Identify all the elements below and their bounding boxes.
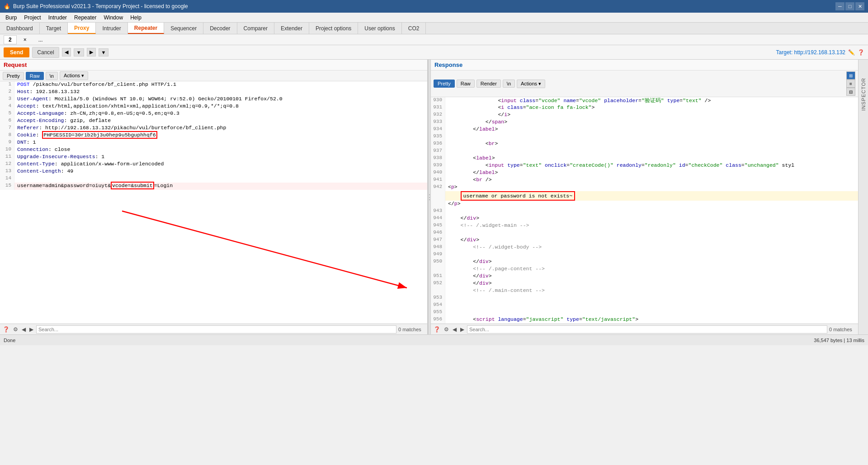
view-mode-split[interactable]: ⊞ xyxy=(846,71,855,80)
request-search-next[interactable]: ▶ xyxy=(28,326,34,333)
resp-line-931: 931 <i class="ace-icon fa fa-lock"> xyxy=(431,104,858,112)
response-search-help[interactable]: ❓ xyxy=(433,326,441,333)
toolbar: Send Cancel ◀ ▼ ▶ ▼ Target: http://192.1… xyxy=(0,45,868,60)
maximize-button[interactable]: □ xyxy=(845,2,854,10)
response-search-prev[interactable]: ◀ xyxy=(452,326,458,333)
target-info: Target: http://192.168.13.132 ✏️ ❓ xyxy=(776,49,864,56)
help-icon[interactable]: ❓ xyxy=(858,49,864,56)
request-raw-btn[interactable]: Raw xyxy=(26,72,44,80)
resp-line-952: 952 </div> xyxy=(431,280,858,287)
request-header: Request xyxy=(0,60,427,70)
request-search-prev[interactable]: ◀ xyxy=(21,326,27,333)
response-code-area: 930 <input class="vcode" name="vcode" pl… xyxy=(431,97,858,324)
request-escape-btn[interactable]: \n xyxy=(46,72,58,80)
request-search-help[interactable]: ❓ xyxy=(2,326,10,333)
resp-line-942c: </p> xyxy=(431,201,858,208)
response-search-next[interactable]: ▶ xyxy=(459,326,465,333)
response-error-highlight: username or password is not exists~ xyxy=(461,191,576,201)
view-mode-btns: ⊞ ≡ ⊟ xyxy=(846,71,855,96)
window-controls: ─ □ ✕ xyxy=(835,2,864,10)
resp-line-932: 932 </i> xyxy=(431,112,858,119)
panels-wrapper: Request Pretty Raw \n Actions ▾ 1 POST /… xyxy=(0,60,868,334)
menu-window[interactable]: Window xyxy=(100,14,127,22)
request-actions-btn[interactable]: Actions ▾ xyxy=(60,71,88,80)
menu-help[interactable]: Help xyxy=(127,14,145,22)
inspector-sidebar: INSPECTOR xyxy=(858,60,868,334)
view-mode-horiz[interactable]: ≡ xyxy=(846,80,855,88)
menu-bar: Burp Project Intruder Repeater Window He… xyxy=(0,13,868,23)
tab-extender[interactable]: Extender xyxy=(274,23,309,34)
tab-decoder[interactable]: Decoder xyxy=(203,23,237,34)
nav-next-button[interactable]: ▶ xyxy=(87,48,96,56)
main-tab-bar: Dashboard Target Proxy Intruder Repeater… xyxy=(0,23,868,34)
request-code-area: 1 POST /pikachu/vul/burteforce/bf_client… xyxy=(0,81,427,324)
menu-project[interactable]: Project xyxy=(20,14,44,22)
resp-line-950: 950 </div> xyxy=(431,258,858,266)
tab-proxy[interactable]: Proxy xyxy=(68,23,96,34)
response-search-bar: ❓ ⚙ ◀ ▶ 0 matches xyxy=(431,324,858,334)
edit-icon[interactable]: ✏️ xyxy=(848,49,855,56)
size-text: 36,547 bytes | 13 millis xyxy=(814,338,864,343)
tab-dashboard[interactable]: Dashboard xyxy=(0,23,40,34)
tab-comparer[interactable]: Comparer xyxy=(237,23,274,34)
request-search-settings[interactable]: ⚙ xyxy=(12,326,19,333)
req-line-14: 14 xyxy=(0,175,427,183)
request-search-input[interactable] xyxy=(36,325,396,333)
response-raw-btn[interactable]: Raw xyxy=(457,80,475,88)
req-line-4: 4 Accept: text/html,application/xhtml+xm… xyxy=(0,103,427,110)
nav-next2-button[interactable]: ▼ xyxy=(99,48,109,56)
resp-line-930: 930 <input class="vcode" name="vcode" pl… xyxy=(431,97,858,104)
req-line-6: 6 Accept-Encoding: gzip, deflate xyxy=(0,117,427,125)
req-line-10: 10 Connection: close xyxy=(0,146,427,154)
tab-repeater[interactable]: Repeater xyxy=(128,23,164,34)
menu-burp[interactable]: Burp xyxy=(2,14,20,22)
request-match-count: 0 matches xyxy=(398,327,425,332)
resp-line-939: 939 <input type="text" onclick="createCo… xyxy=(431,162,858,169)
resp-line-947: 947 </div> xyxy=(431,237,858,244)
resp-line-940: 940 </label> xyxy=(431,169,858,177)
resp-line-956: 956 <script language="javascript" type="… xyxy=(431,316,858,324)
response-render-btn[interactable]: Render xyxy=(476,80,501,88)
repeater-tab-2[interactable]: 2 xyxy=(4,35,17,44)
req-line-15: 15 username=admin&password=oiuyt&vcode=&… xyxy=(0,183,427,190)
request-search-bar: ❓ ⚙ ◀ ▶ 0 matches xyxy=(0,324,427,334)
response-actions-btn[interactable]: Actions ▾ xyxy=(517,80,545,88)
request-pretty-btn[interactable]: Pretty xyxy=(3,72,24,80)
repeater-tab-more[interactable]: ... xyxy=(33,35,48,44)
response-pretty-btn[interactable]: Pretty xyxy=(434,80,455,88)
close-button[interactable]: ✕ xyxy=(855,2,864,10)
minimize-button[interactable]: ─ xyxy=(835,2,844,10)
resp-line-942: 942 <p> xyxy=(431,184,858,191)
response-escape-btn[interactable]: \n xyxy=(503,80,515,88)
response-search-settings[interactable]: ⚙ xyxy=(443,326,450,333)
req-line-12: 12 Content-Type: application/x-www-form-… xyxy=(0,161,427,168)
resp-line-935: 935 xyxy=(431,133,858,141)
response-toolbar: Pretty Raw Render \n Actions ▾ ⊞ ≡ ⊟ xyxy=(431,70,858,97)
tab-intruder[interactable]: Intruder xyxy=(96,23,127,34)
tab-project-options[interactable]: Project options xyxy=(309,23,358,34)
status-bar: Done 36,547 bytes | 13 millis xyxy=(0,334,868,345)
resp-line-945: 945 <!-- /.widget-main --> xyxy=(431,222,858,230)
resp-line-933: 933 </span> xyxy=(431,119,858,126)
response-search-input[interactable] xyxy=(467,325,827,333)
resp-line-942b: username or password is not exists~ xyxy=(431,191,858,201)
view-mode-vert[interactable]: ⊟ xyxy=(846,88,855,96)
menu-intruder[interactable]: Intruder xyxy=(45,14,71,22)
tab-user-options[interactable]: User options xyxy=(358,23,401,34)
resp-line-941: 941 <br /> xyxy=(431,177,858,184)
req-line-13: 13 Content-Length: 49 xyxy=(0,168,427,175)
resp-line-948: 948 <!-- /.widget-body --> xyxy=(431,244,858,251)
menu-repeater[interactable]: Repeater xyxy=(71,14,100,22)
nav-prev2-button[interactable]: ▼ xyxy=(74,48,84,56)
send-button[interactable]: Send xyxy=(4,47,29,57)
response-panel: Response Pretty Raw Render \n Actions ▾ … xyxy=(431,60,858,334)
cancel-button[interactable]: Cancel xyxy=(32,47,59,58)
repeater-tab-close[interactable]: × xyxy=(19,35,32,44)
tab-sequencer[interactable]: Sequencer xyxy=(164,23,203,34)
resp-line-946: 946 xyxy=(431,230,858,237)
nav-prev-button[interactable]: ◀ xyxy=(62,48,71,56)
status-text: Done xyxy=(4,338,15,343)
tab-target[interactable]: Target xyxy=(40,23,68,34)
tab-co2[interactable]: CO2 xyxy=(402,23,426,34)
title-bar: 🔥 Burp Suite Professional v2021.3 - Temp… xyxy=(0,0,868,13)
